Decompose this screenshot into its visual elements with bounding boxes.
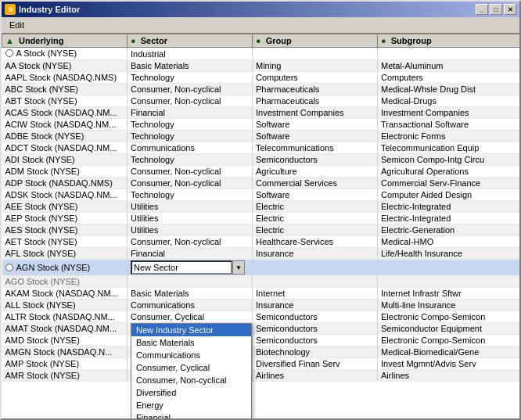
dropdown-item[interactable]: Consumer, Non-cyclical — [131, 374, 251, 386]
title-bar: ⚙ Industry Editor _ □ ✕ — [2, 2, 519, 17]
cell-sector: Industrial — [128, 48, 253, 60]
table-row[interactable]: AMP Stock (NYSE)FinancialDiversified Fin… — [2, 358, 520, 370]
cell-sector: Consumer, Non-cyclical — [128, 84, 253, 95]
window-title: Industry Editor — [19, 5, 476, 14]
menu-edit[interactable]: Edit — [5, 19, 29, 31]
table-row[interactable]: AET Stock (NYSE)Consumer, Non-cyclicalHe… — [2, 236, 520, 248]
cell-subgroup — [378, 276, 520, 288]
table-row[interactable]: ADI Stock (NYSE)TechnologySemiconductors… — [2, 154, 520, 166]
table-row[interactable]: ABC Stock (NYSE)Consumer, Non-cyclicalPh… — [2, 84, 520, 95]
table-row[interactable]: AMD Stock (NYSE)DiversifiedSemiconductor… — [2, 335, 520, 346]
industry-editor-window: ⚙ Industry Editor _ □ ✕ Edit ▲ Underlyin… — [0, 0, 521, 420]
table-wrapper[interactable]: ▲ Underlying ● Sector ● Group ● — [2, 34, 519, 418]
table-row[interactable]: AMAT Stock (NASDAQ.NM...Consumer, Non-cy… — [2, 323, 520, 335]
radio-button[interactable] — [5, 264, 13, 271]
cell-group — [253, 260, 378, 276]
cell-underlying: ALL Stock (NYSE) — [2, 300, 128, 311]
cell-subgroup: Transactional Software — [378, 119, 520, 131]
cell-subgroup: Multi-line Insurance — [378, 300, 520, 311]
cell-underlying: AAPL Stock (NASDAQ.NMS) — [2, 72, 128, 84]
table-row[interactable]: AMR Stock (NYSE)FinancialAirlinesAirline… — [2, 370, 520, 382]
table-row[interactable]: ADBE Stock (NYSE)TechnologySoftwareElect… — [2, 131, 520, 142]
cell-sector: Technology — [128, 72, 253, 84]
table-row[interactable]: AES Stock (NYSE)UtilitiesElectricElectri… — [2, 224, 520, 236]
cell-subgroup: Internet Infrastr Sftwr — [378, 288, 520, 300]
cell-subgroup: Semiconductor Equipment — [378, 323, 520, 335]
dropdown-item[interactable]: Basic Materials — [131, 336, 251, 349]
cell-underlying: ACAS Stock (NASDAQ.NM... — [2, 107, 128, 119]
table-row[interactable]: AFL Stock (NYSE)FinancialInsuranceLife/H… — [2, 248, 520, 260]
cell-sector: Basic Materials — [128, 60, 253, 72]
radio-button[interactable] — [5, 49, 13, 57]
close-button[interactable]: ✕ — [504, 4, 516, 15]
sector-dropdown-arrow[interactable]: ▼ — [232, 260, 245, 275]
cell-subgroup: Electronic Forms — [378, 131, 520, 142]
table-row[interactable]: ACIW Stock (NASDAQ.NM...TechnologySoftwa… — [2, 119, 520, 131]
cell-group: Commercial Services — [253, 178, 378, 189]
table-row[interactable]: ACAS Stock (NASDAQ.NM...FinancialInvestm… — [2, 107, 520, 119]
table-row[interactable]: ADM Stock (NYSE)Consumer, Non-cyclicalAg… — [2, 166, 520, 178]
table-row[interactable]: AGN Stock (NYSE) ▼ — [2, 260, 520, 276]
cell-group: Semiconductors — [253, 323, 378, 335]
dropdown-item[interactable]: Consumer, Cyclical — [131, 361, 251, 374]
cell-underlying: ALTR Stock (NASDAQ.NM... — [2, 311, 128, 323]
table-row[interactable]: AA Stock (NYSE)Basic MaterialsMiningMeta… — [2, 60, 520, 72]
table-row[interactable]: AEE Stock (NYSE)UtilitiesElectricElectri… — [2, 201, 520, 213]
header-row: ▲ Underlying ● Sector ● Group ● — [2, 34, 520, 48]
cell-group: Mining — [253, 60, 378, 72]
cell-subgroup: Airlines — [378, 370, 520, 382]
cell-underlying: AA Stock (NYSE) — [2, 60, 128, 72]
cell-group: Telecommunications — [253, 142, 378, 154]
col-header-subgroup[interactable]: ● Subgroup — [378, 34, 520, 48]
sector-dropdown-container: ▼ — [131, 260, 249, 275]
table-row[interactable]: AAPL Stock (NASDAQ.NMS)TechnologyCompute… — [2, 72, 520, 84]
table-row[interactable]: AGO Stock (NYSE) — [2, 276, 520, 288]
table-row[interactable]: ALL Stock (NYSE)CommunicationsInsuranceM… — [2, 300, 520, 311]
dropdown-item[interactable]: Communications — [131, 349, 251, 361]
cell-underlying: AET Stock (NYSE) — [2, 236, 128, 248]
col-header-sector[interactable]: ● Sector — [128, 34, 253, 48]
table-row[interactable]: A Stock (NYSE) Industrial — [2, 48, 520, 60]
table-row[interactable]: AMGN Stock (NASDAQ.N...EnergyBiotechnolo… — [2, 346, 520, 358]
cell-sector: Utilities — [128, 213, 253, 224]
cell-underlying: AGO Stock (NYSE) — [2, 276, 128, 288]
sector-input[interactable] — [131, 260, 232, 275]
col-header-underlying[interactable]: ▲ Underlying — [2, 34, 128, 48]
table-row[interactable]: ADCT Stock (NASDAQ.NM...CommunicationsTe… — [2, 142, 520, 154]
cell-group: Healthcare-Services — [253, 236, 378, 248]
cell-sector: Consumer, Non-cyclical — [128, 95, 253, 107]
cell-group — [253, 48, 378, 60]
minimize-button[interactable]: _ — [476, 4, 488, 15]
cell-group: Electric — [253, 213, 378, 224]
table-row[interactable]: AEP Stock (NYSE)UtilitiesElectricElectri… — [2, 213, 520, 224]
cell-subgroup: Medical-HMO — [378, 236, 520, 248]
cell-underlying: ACIW Stock (NASDAQ.NM... — [2, 119, 128, 131]
dropdown-item[interactable]: Energy — [131, 399, 251, 411]
cell-subgroup: Electronic Compo-Semicon — [378, 311, 520, 323]
cell-sector: Financial — [128, 248, 253, 260]
dropdown-item[interactable]: Financial — [131, 411, 251, 418]
cell-group: Investment Companies — [253, 107, 378, 119]
cell-sector: Basic Materials — [128, 288, 253, 300]
cell-subgroup: Computer Aided Design — [378, 189, 520, 201]
cell-group: Semiconductors — [253, 311, 378, 323]
cell-subgroup: Electronic Compo-Semicon — [378, 335, 520, 346]
cell-group: Semiconductors — [253, 335, 378, 346]
cell-sector: Consumer, Non-cyclical — [128, 236, 253, 248]
dropdown-item[interactable]: Diversified — [131, 386, 251, 399]
dropdown-item[interactable]: New Industry Sector — [131, 324, 251, 336]
table-row[interactable]: ADP Stock (NASDAQ.NMS)Consumer, Non-cycl… — [2, 178, 520, 189]
cell-underlying: AMGN Stock (NASDAQ.N... — [2, 346, 128, 358]
maximize-button[interactable]: □ — [490, 4, 502, 15]
cell-group: Electric — [253, 224, 378, 236]
cell-sector[interactable]: ▼ — [128, 260, 253, 276]
cell-subgroup: Electric-Integrated — [378, 201, 520, 213]
table-row[interactable]: ADSK Stock (NASDAQ.NM...TechnologySoftwa… — [2, 189, 520, 201]
table-row[interactable]: ALTR Stock (NASDAQ.NM...Consumer, Cyclic… — [2, 311, 520, 323]
table-row[interactable]: AKAM Stock (NASDAQ.NM...Basic MaterialsI… — [2, 288, 520, 300]
table-row[interactable]: ABT Stock (NYSE)Consumer, Non-cyclicalPh… — [2, 95, 520, 107]
cell-subgroup: Commercial Serv-Finance — [378, 178, 520, 189]
cell-subgroup — [378, 48, 520, 60]
col-header-group[interactable]: ● Group — [253, 34, 378, 48]
underlying-text: A Stock (NYSE) — [16, 48, 77, 58]
